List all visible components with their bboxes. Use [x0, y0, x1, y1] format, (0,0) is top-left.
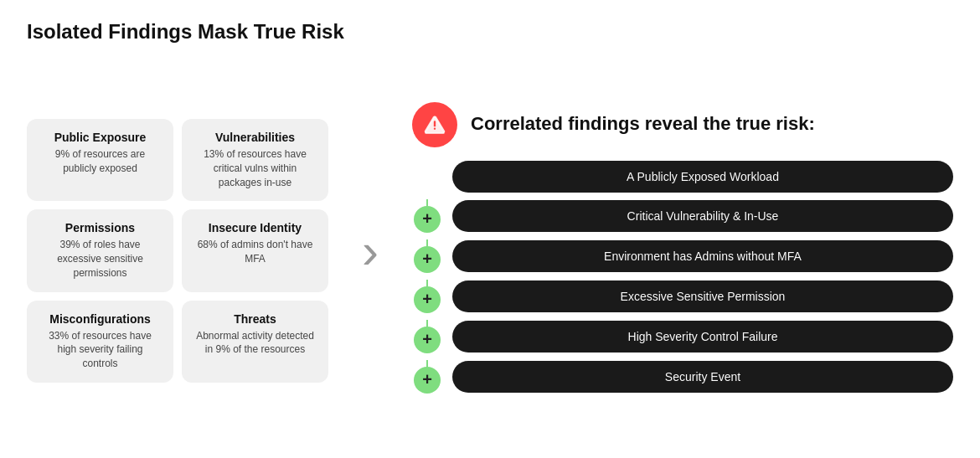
right-section: Correlated findings reveal the true risk…	[412, 102, 953, 400]
findings-list: A Publicly Exposed Workload+Critical Vul…	[412, 161, 953, 400]
card-threats: Threats Abnormal activity detected in 9%…	[182, 301, 328, 383]
connector-1: +	[412, 199, 442, 233]
card-insecure-identity: Insecure Identity 68% of admins don't ha…	[182, 209, 328, 291]
card-title-public-exposure: Public Exposure	[40, 131, 160, 144]
card-title-insecure-identity: Insecure Identity	[195, 221, 315, 234]
svg-point-1	[434, 127, 436, 129]
card-desc-vulnerabilities: 13% of resources have critical vulns wit…	[195, 147, 315, 189]
warning-triangle-icon	[423, 113, 446, 136]
card-desc-threats: Abnormal activity detected in 9% of the …	[195, 329, 315, 358]
connector-4: +	[412, 320, 442, 353]
finding-row-3: +Excessive Sensitive Permission	[412, 280, 953, 313]
card-title-threats: Threats	[195, 312, 315, 326]
card-desc-misconfigurations: 33% of resources have high severity fail…	[40, 329, 160, 371]
card-title-misconfigurations: Misconfigurations	[40, 312, 160, 326]
connector-3: +	[412, 280, 442, 313]
plus-circle-3: +	[414, 286, 441, 313]
finding-row-4: +High Severity Control Failure	[412, 320, 953, 353]
plus-circle-5: +	[414, 367, 441, 394]
card-misconfigurations: Misconfigurations 33% of resources have …	[27, 301, 173, 383]
card-permissions: Permissions 39% of roles have excessive …	[27, 209, 173, 291]
finding-row-1: +Critical Vulnerability & In-Use	[412, 199, 953, 233]
right-header: Correlated findings reveal the true risk…	[412, 102, 953, 147]
card-desc-permissions: 39% of roles have excessive sensitive pe…	[40, 238, 160, 280]
connector-2: +	[412, 239, 442, 273]
finding-pill-3: Excessive Sensitive Permission	[452, 280, 953, 312]
finding-row-2: +Environment has Admins without MFA	[412, 239, 953, 273]
finding-pill-2: Environment has Admins without MFA	[452, 240, 953, 272]
chevron-icon: ›	[362, 226, 379, 276]
card-desc-insecure-identity: 68% of admins don't have MFA	[195, 238, 315, 266]
correlated-findings-header: Correlated findings reveal the true risk…	[471, 112, 815, 136]
finding-pill-0: A Publicly Exposed Workload	[452, 161, 953, 193]
finding-row-5: +Security Event	[412, 360, 953, 394]
card-public-exposure: Public Exposure 9% of resources are publ…	[27, 119, 173, 201]
finding-pill-1: Critical Vulnerability & In-Use	[452, 200, 953, 232]
card-title-vulnerabilities: Vulnerabilities	[195, 131, 315, 144]
page-title: Isolated Findings Mask True Risk	[27, 20, 953, 44]
plus-circle-2: +	[414, 246, 441, 273]
main-layout: Public Exposure 9% of resources are publ…	[27, 64, 953, 438]
finding-pill-5: Security Event	[452, 361, 953, 393]
card-desc-public-exposure: 9% of resources are publicly exposed	[40, 147, 160, 176]
finding-pill-4: High Severity Control Failure	[452, 321, 953, 353]
card-vulnerabilities: Vulnerabilities 13% of resources have cr…	[182, 119, 328, 201]
finding-row-0: A Publicly Exposed Workload	[412, 161, 953, 193]
cards-grid: Public Exposure 9% of resources are publ…	[27, 119, 328, 383]
plus-circle-1: +	[414, 206, 441, 233]
plus-circle-4: +	[414, 327, 441, 353]
alert-icon	[412, 102, 457, 147]
card-title-permissions: Permissions	[40, 221, 160, 234]
connector-5: +	[412, 360, 442, 394]
arrow-section: ›	[328, 226, 412, 276]
